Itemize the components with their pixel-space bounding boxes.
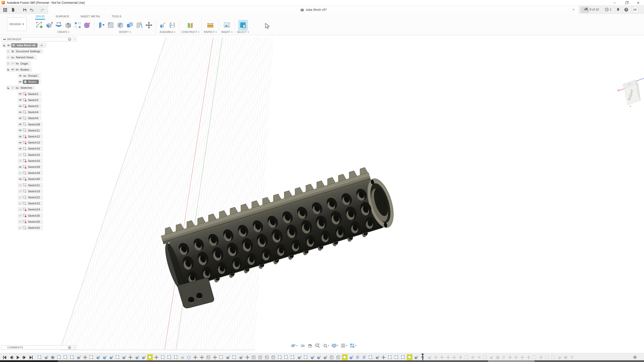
- browser-item-label[interactable]: Named Views: [15, 56, 34, 59]
- browser-row-sketch2[interactable]: Sketch2: [18, 98, 42, 103]
- visibility-eye-off-icon[interactable]: [18, 208, 22, 211]
- timeline-suppressed-feature-combine[interactable]: [476, 354, 482, 360]
- ribbon-tab-solid[interactable]: SOLID: [35, 14, 45, 20]
- visibility-eye-icon[interactable]: [18, 141, 22, 145]
- timeline-scrollbar-thumb[interactable]: [0, 360, 58, 362]
- timeline-feature-sketch[interactable]: [303, 354, 308, 360]
- collapsed-triangle-icon[interactable]: [7, 50, 10, 53]
- panel-options-icon[interactable]: [68, 38, 71, 41]
- timeline-feature-extrude[interactable]: [310, 354, 315, 360]
- collapse-panel-icon[interactable]: ◀◀: [3, 38, 5, 40]
- joint-button[interactable]: [168, 20, 177, 30]
- timeline-suppressed-feature-sketch[interactable]: [551, 354, 556, 360]
- timeline-feature-sketch[interactable]: [167, 354, 172, 360]
- job-status-button[interactable]: 9 of 10: [585, 8, 599, 11]
- move-button[interactable]: [144, 20, 154, 30]
- app-launcher-button[interactable]: [2, 7, 8, 13]
- revolve-button[interactable]: [54, 20, 63, 30]
- timeline-feature-extrude[interactable]: [413, 354, 419, 360]
- ribbon-tab-surface[interactable]: SURFACE: [55, 14, 70, 20]
- close-button[interactable]: ✕: [633, 0, 644, 6]
- expanded-triangle-icon[interactable]: [3, 44, 6, 47]
- ribbon-group-label-inspect[interactable]: INSPECT: [204, 31, 217, 33]
- fit-dropdown-caret-icon[interactable]: [328, 345, 329, 346]
- browser-row-sketch1[interactable]: Sketch1: [18, 92, 42, 97]
- browser-item-label[interactable]: Sketch2: [27, 99, 39, 102]
- timeline-feature-sketch[interactable]: [387, 354, 393, 360]
- browser-item-label[interactable]: Sketch31: [27, 226, 41, 229]
- browser-panel-header[interactable]: ◀◀ BROWSER: [1, 37, 76, 41]
- timeline-feature-fillet[interactable]: [264, 354, 269, 360]
- close-tab-icon[interactable]: ×: [571, 7, 576, 12]
- timeline-suppressed-feature-hole[interactable]: [495, 354, 500, 360]
- timeline-settings-gear-icon[interactable]: [632, 355, 638, 360]
- browser-row-sketch14[interactable]: Sketch14: [18, 146, 43, 151]
- timeline-feature-extrude[interactable]: [297, 354, 302, 360]
- timeline-feature-fillet[interactable]: [206, 354, 211, 360]
- press-pull-button[interactable]: [96, 20, 106, 30]
- timeline-suppressed-feature-move[interactable]: [439, 354, 445, 360]
- browser-item-label[interactable]: Origin: [20, 62, 29, 65]
- browser-item-label[interactable]: Sketch19: [27, 190, 41, 193]
- browser-item-label[interactable]: Sketch12: [27, 135, 41, 138]
- timeline-feature-sketch[interactable]: [63, 354, 68, 360]
- browser-row-body1[interactable]: Body1: [18, 79, 41, 84]
- viewports-dropdown-caret-icon[interactable]: [355, 345, 356, 346]
- timeline-feature-thread[interactable]: [361, 354, 367, 360]
- timeline-feature-move[interactable]: [381, 354, 386, 360]
- timeline-feature-fillet[interactable]: [271, 354, 276, 360]
- timeline-feature-extrude[interactable]: [108, 354, 114, 360]
- browser-item-label[interactable]: Sketch39: [27, 165, 41, 168]
- timeline-feature-sketch[interactable]: [160, 354, 166, 360]
- workspace-selector-button[interactable]: DESIGN: [7, 17, 27, 31]
- visibility-eye-icon[interactable]: [18, 165, 22, 169]
- browser-item-label[interactable]: Sketch21: [27, 184, 41, 187]
- browser-item-label[interactable]: Sketch16: [27, 159, 41, 162]
- timeline-feature-extrude[interactable]: [141, 354, 146, 360]
- timeline-feature-fillet[interactable]: [336, 354, 341, 360]
- ribbon-group-label-construct[interactable]: CONSTRUCT: [181, 31, 199, 33]
- timeline-feature-extrude[interactable]: [238, 354, 244, 360]
- timeline-feature-sketch[interactable]: [407, 354, 412, 360]
- browser-row-bodies[interactable]: Bodies: [6, 67, 32, 72]
- browser-item-label[interactable]: Sketch14: [27, 147, 41, 150]
- browser-row-document-settings[interactable]: Document Settings: [6, 49, 43, 54]
- visibility-eye-off-icon[interactable]: [18, 226, 22, 230]
- hole-button[interactable]: [63, 20, 73, 30]
- timeline-feature-move[interactable]: [193, 354, 198, 360]
- document-tab[interactable]: tuba 9inch v5* ×: [48, 6, 579, 14]
- browser-row-sketch18[interactable]: Sketch18: [18, 170, 43, 175]
- visibility-eye-icon[interactable]: [11, 68, 15, 71]
- timeline-feature-sketch[interactable]: [400, 354, 406, 360]
- visibility-eye-off-icon[interactable]: [18, 202, 22, 205]
- timeline-suppressed-feature-move[interactable]: [513, 354, 519, 360]
- browser-item-label[interactable]: Sketch24: [27, 208, 41, 211]
- notifications-button[interactable]: 1: [605, 8, 612, 12]
- ribbon-group-label-modify[interactable]: MODIFY: [119, 31, 131, 33]
- timeline-feature-move[interactable]: [154, 354, 159, 360]
- browser-item-label[interactable]: Sketch38: [27, 123, 41, 126]
- timeline-feature-extrude[interactable]: [76, 354, 81, 360]
- ribbon-group-label-select[interactable]: SELECT: [237, 31, 249, 33]
- browser-row-sketch13[interactable]: Sketch13: [18, 140, 43, 145]
- ribbon-tab-sheet-metal[interactable]: SHEET METAL: [80, 14, 101, 20]
- grid-settings-button[interactable]: [340, 342, 348, 349]
- save-button[interactable]: [22, 7, 28, 13]
- timeline-suppressed-feature-sketch[interactable]: [464, 354, 469, 360]
- browser-row-sketch39[interactable]: Sketch39: [18, 164, 43, 169]
- visibility-eye-icon[interactable]: [18, 104, 22, 108]
- browser-item-label[interactable]: Body1: [28, 80, 37, 83]
- viewports-button[interactable]: [349, 342, 357, 349]
- timeline-feature-sketch[interactable]: [56, 354, 62, 360]
- timeline-suppressed-feature-extrude[interactable]: [427, 354, 432, 360]
- browser-item-label[interactable]: Sketch11: [27, 129, 40, 132]
- combine-button[interactable]: [125, 20, 135, 30]
- browser-item-label[interactable]: Sketch18: [27, 171, 41, 174]
- browser-item-label[interactable]: Group1: [27, 74, 38, 77]
- timeline-feature-sketch[interactable]: [277, 354, 283, 360]
- new-component-button[interactable]: [158, 20, 168, 30]
- step-back-button[interactable]: [9, 355, 14, 360]
- visibility-eye-off-icon[interactable]: [18, 183, 22, 187]
- timeline-feature-sketch[interactable]: [232, 354, 237, 360]
- user-avatar[interactable]: FF: [632, 7, 638, 13]
